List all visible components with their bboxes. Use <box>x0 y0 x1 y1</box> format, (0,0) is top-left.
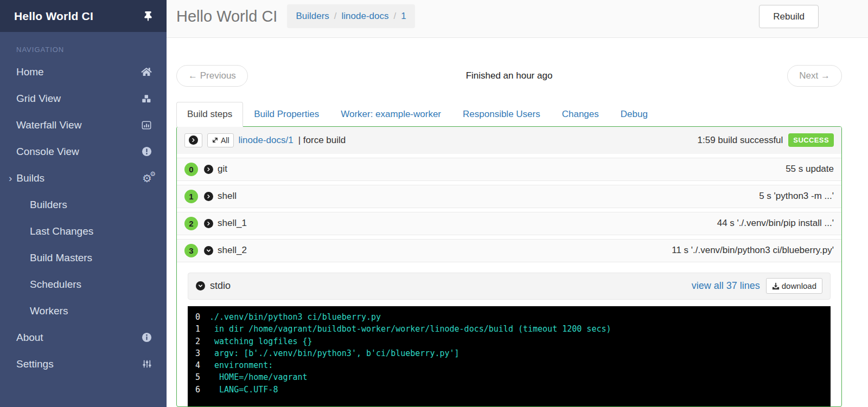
build-finished-status: Finished an hour ago <box>466 70 553 81</box>
line-number: 5 <box>195 371 209 383</box>
sidebar-subitem[interactable]: Build Masters <box>0 244 167 271</box>
breadcrumb-item[interactable]: 1 <box>389 11 406 22</box>
expand-all-label: All <box>221 136 229 145</box>
stdio-title: stdio <box>210 280 231 292</box>
terminal-line: 1 in dir /home/vagrant/buildbot-worker/w… <box>195 323 823 335</box>
tab[interactable]: Worker: example-worker <box>330 102 452 127</box>
step-row[interactable]: 0 git 55 s update <box>177 158 841 181</box>
main-area: Hello World CI Builders linode-docs 1 Re… <box>167 0 868 407</box>
terminal-line: 5 HOME=/home/vagrant <box>195 371 823 383</box>
step-chevron-icon <box>204 165 213 174</box>
sidebar-item-home[interactable]: Home <box>0 59 167 85</box>
breadcrumb-item[interactable]: Builders <box>296 11 329 22</box>
terminal-line: 0./.venv/bin/python3 ci/blueberry.py <box>195 311 823 323</box>
sidebar-item-label: Settings <box>16 358 54 370</box>
sidebar-app-title: Hello World CI <box>14 10 93 23</box>
terminal-line: 6 LANG=C.UTF-8 <box>195 384 823 396</box>
tab[interactable]: Debug <box>610 102 659 127</box>
sidebar-subitem[interactable]: Last Changes <box>0 218 167 244</box>
sidebar-item-console-view[interactable]: Console View <box>0 138 167 165</box>
sidebar-item-settings[interactable]: Settings <box>0 351 167 377</box>
build-tabs: Build steps Build Properties Worker: exa… <box>176 102 842 126</box>
line-number: 1 <box>195 323 209 335</box>
step-name: git <box>218 164 227 175</box>
stdio-actions: view all 37 lines download <box>692 278 822 294</box>
sidebar: Hello World CI NAVIGATION Home Grid View… <box>0 0 167 407</box>
rebuild-button[interactable]: Rebuild <box>759 5 819 28</box>
terminal-line: 4 environment: <box>195 359 823 371</box>
chevron-down-circle-icon[interactable] <box>196 281 205 290</box>
download-label: download <box>782 281 816 290</box>
sliders-icon <box>142 359 152 369</box>
step-number-badge: 2 <box>184 217 198 230</box>
sidebar-header: Hello World CI <box>0 0 167 32</box>
step-name: shell <box>218 191 237 202</box>
sidebar-item-label: Builds <box>16 172 44 184</box>
sidebar-item-builds[interactable]: › Builds ⚙ <box>0 165 167 191</box>
sidebar-section-label: NAVIGATION <box>16 46 152 54</box>
sidebar-subitem-label: Schedulers <box>30 279 81 290</box>
next-build-button[interactable]: Next → <box>787 65 842 87</box>
step-duration-command: 55 s update <box>786 164 834 175</box>
sidebar-item-label: Waterfall View <box>16 119 81 131</box>
pin-sidebar-icon[interactable] <box>144 11 152 21</box>
sidebar-item-about[interactable]: About <box>0 324 167 351</box>
line-number: 4 <box>195 359 209 371</box>
collapse-toggle-button[interactable] <box>184 133 202 147</box>
chevron-right-circle-icon <box>189 135 198 145</box>
line-number: 3 <box>195 347 209 359</box>
view-all-lines-link[interactable]: view all 37 lines <box>692 280 760 292</box>
sidebar-subitem[interactable]: Workers <box>0 298 167 324</box>
sidebar-item-waterfall-view[interactable]: Waterfall View <box>0 112 167 138</box>
top-navbar: Hello World CI Builders linode-docs 1 Re… <box>167 0 868 38</box>
builder-build-link[interactable]: linode-docs/1 <box>239 135 293 146</box>
breadcrumb-item[interactable]: linode-docs <box>329 11 389 22</box>
sidebar-subitem-label: Build Masters <box>30 252 92 264</box>
sidebar-subitem-label: Last Changes <box>30 225 93 237</box>
tab[interactable]: Build Properties <box>243 102 330 127</box>
sidebar-subitem[interactable]: Schedulers <box>0 271 167 298</box>
sidebar-item-label: Console View <box>16 146 79 158</box>
terminal-line: 3 argv: [b'./.venv/bin/python3', b'ci/bl… <box>195 347 823 359</box>
download-button[interactable]: download <box>766 278 822 294</box>
step-list: 0 git 55 s update 1 shell 5 <box>177 158 841 262</box>
sidebar-subitem[interactable]: Builders <box>0 191 167 218</box>
build-duration-status: 1:59 build successful <box>698 135 783 146</box>
stdio-log-panel: stdio view all 37 lines download 0./.ven… <box>188 273 831 406</box>
step-name: shell_2 <box>218 245 247 256</box>
line-text: environment: <box>209 359 273 371</box>
line-text: ./.venv/bin/python3 ci/blueberry.py <box>209 311 381 323</box>
status-badge: SUCCESS <box>788 133 834 147</box>
tab[interactable]: Changes <box>551 102 610 127</box>
terminal-line: 2 watching logfiles {} <box>195 335 823 347</box>
build-steps-panel: All linode-docs/1 | force build 1:59 bui… <box>176 126 842 407</box>
cogs-icon: ⚙ <box>142 173 152 184</box>
page-title: Hello World CI <box>176 4 277 28</box>
step-chevron-icon <box>204 192 213 201</box>
tab[interactable]: Responsible Users <box>452 102 551 127</box>
build-nav-toolbar: ← Previous Finished an hour ago Next → <box>176 65 842 87</box>
line-text: LANG=C.UTF-8 <box>209 384 278 396</box>
line-text: watching logfiles {} <box>209 335 312 347</box>
bar-chart-icon <box>141 120 152 130</box>
step-number-badge: 1 <box>184 190 198 203</box>
expand-all-button[interactable]: All <box>207 133 234 147</box>
step-row[interactable]: 3 shell_2 11 s './.venv/bin/python3 ci/b… <box>177 239 841 262</box>
tab[interactable]: Build steps <box>176 102 243 127</box>
terminal-output[interactable]: 0./.venv/bin/python3 ci/blueberry.py1 in… <box>188 306 831 406</box>
line-text: argv: [b'./.venv/bin/python3', b'ci/blue… <box>209 347 459 359</box>
build-result-group: 1:59 build successful SUCCESS <box>698 133 834 147</box>
stdio-header: stdio view all 37 lines download <box>188 273 831 300</box>
sidebar-subitem-label: Builders <box>30 199 67 211</box>
step-chevron-icon <box>204 246 213 255</box>
sidebar-item-grid-view[interactable]: Grid View <box>0 85 167 112</box>
build-reason: | force build <box>298 135 346 146</box>
chevron-right-icon: › <box>9 172 12 184</box>
step-row[interactable]: 2 shell_1 44 s './.venv/bin/pip install … <box>177 212 841 235</box>
step-duration-command: 11 s './.venv/bin/python3 ci/blueberry.p… <box>672 245 834 256</box>
step-row[interactable]: 1 shell 5 s 'python3 -m ...' <box>177 185 841 208</box>
sidebar-item-label: Home <box>16 66 44 78</box>
previous-build-button[interactable]: ← Previous <box>176 65 248 87</box>
cubes-icon <box>141 93 152 104</box>
step-duration-command: 44 s './.venv/bin/pip install ...' <box>717 218 834 229</box>
